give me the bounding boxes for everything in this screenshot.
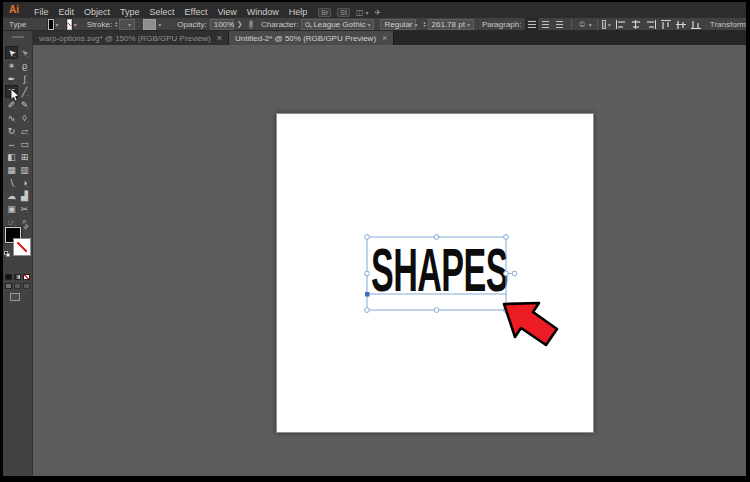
color-button[interactable] bbox=[5, 274, 12, 280]
tab-label: Untitled-2* @ 50% (RGB/GPU Preview) bbox=[235, 34, 376, 43]
share-icon[interactable]: ✈ bbox=[375, 8, 382, 17]
tool-shape-builder-tool[interactable]: ◧ bbox=[5, 150, 18, 163]
fill-caret-icon[interactable]: ▾ bbox=[56, 21, 59, 28]
draw-normal-button[interactable] bbox=[5, 283, 12, 289]
stroke-caret-icon[interactable]: ▾ bbox=[74, 21, 77, 28]
paragraph-align-left-icon bbox=[528, 21, 536, 28]
font-family-caret-icon: ▾ bbox=[367, 21, 370, 28]
paragraph-label: Paragraph: bbox=[482, 20, 522, 29]
document-tab-2[interactable]: Untitled-2* @ 50% (RGB/GPU Preview)× bbox=[229, 31, 394, 45]
mouse-cursor-icon bbox=[10, 89, 20, 102]
bridge-app-icon[interactable]: Br bbox=[318, 8, 331, 17]
tool-artboard-tool[interactable]: ▣ bbox=[5, 202, 18, 215]
document-setup-icon[interactable] bbox=[602, 20, 606, 29]
horizontal-align-right-icon[interactable] bbox=[646, 20, 656, 29]
paragraph-align-right-icon bbox=[556, 21, 563, 28]
pencil-tool-icon: ✎ bbox=[21, 100, 29, 110]
menu-view[interactable]: View bbox=[212, 7, 241, 17]
tool-gradient-tool[interactable]: ▥ bbox=[18, 163, 31, 176]
character-label: Character: bbox=[261, 20, 298, 29]
stroke-color-swatch[interactable] bbox=[67, 19, 72, 30]
font-size-dropdown[interactable]: 261.78 pt ▾ bbox=[428, 19, 474, 30]
draw-inside-button[interactable] bbox=[23, 283, 30, 289]
horizontal-align-center-icon[interactable] bbox=[631, 20, 641, 29]
tool-eyedropper-tool[interactable]: ∖ bbox=[5, 176, 18, 189]
width-profile-dropdown[interactable] bbox=[143, 19, 156, 30]
stroke-weight-stepper[interactable]: ▴▾ bbox=[115, 21, 117, 28]
make-envelope-icon[interactable]: ☺ bbox=[577, 19, 586, 29]
paragraph-align-right-button[interactable] bbox=[553, 18, 566, 30]
menu-type[interactable]: Type bbox=[115, 7, 145, 17]
tool-free-transform-tool[interactable]: ▭ bbox=[18, 137, 31, 150]
tab-close-icon[interactable]: × bbox=[382, 34, 387, 42]
menu-file[interactable]: File bbox=[29, 7, 54, 17]
tool-eraser-tool[interactable]: ◊ bbox=[18, 111, 31, 124]
canvas-area[interactable]: SHAPES bbox=[33, 45, 746, 476]
stroke-weight-dropdown[interactable]: ▾ bbox=[119, 19, 135, 30]
mesh-tool-icon: ▦ bbox=[7, 165, 16, 175]
tool-column-graph-tool[interactable]: ▟ bbox=[18, 189, 31, 202]
horizontal-align-left-icon[interactable] bbox=[616, 20, 626, 29]
tool-width-tool[interactable]: ↔ bbox=[5, 137, 18, 150]
magic-wand-tool-icon: ✶ bbox=[8, 61, 16, 71]
font-family-field[interactable]: League Gothic ▾ bbox=[301, 19, 374, 30]
font-style-dropdown[interactable]: Regular ▾ bbox=[380, 19, 416, 30]
vertical-align-center-icon[interactable] bbox=[676, 20, 686, 29]
opacity-flyout-icon[interactable]: ❯ bbox=[237, 20, 243, 28]
tool-magic-wand-tool[interactable]: ✶ bbox=[5, 59, 18, 72]
menu-window[interactable]: Window bbox=[242, 7, 284, 17]
tool-slice-tool[interactable]: ✂ bbox=[18, 202, 31, 215]
tool-scale-tool[interactable]: ▱ bbox=[18, 124, 31, 137]
menu-help[interactable]: Help bbox=[284, 7, 313, 17]
tool-direct-selection-tool[interactable]: ➢ bbox=[18, 46, 31, 59]
opacity-value-field[interactable]: 100% bbox=[210, 19, 234, 30]
tab-close-icon[interactable]: × bbox=[217, 34, 222, 42]
text-anchor-point[interactable] bbox=[365, 292, 370, 297]
paragraph-align-left-button[interactable] bbox=[525, 18, 538, 30]
make-envelope-caret-icon[interactable]: ▾ bbox=[589, 21, 592, 28]
screen-mode-button[interactable] bbox=[10, 293, 20, 301]
workspace-switcher-icon-caret[interactable]: ▾ bbox=[366, 10, 369, 16]
panel-drag-handle[interactable] bbox=[12, 36, 24, 38]
fill-color-swatch[interactable] bbox=[48, 19, 53, 30]
tool-mesh-tool[interactable]: ▦ bbox=[5, 163, 18, 176]
recolor-artwork-icon[interactable] bbox=[249, 20, 253, 29]
width-profile-caret-icon[interactable]: ▾ bbox=[158, 21, 161, 28]
menu-select[interactable]: Select bbox=[145, 7, 180, 17]
tool-curvature-tool[interactable]: ∫ bbox=[18, 72, 31, 85]
stock-app-icon[interactable]: St bbox=[337, 8, 350, 17]
paragraph-align-center-button[interactable] bbox=[539, 18, 552, 30]
tool-shaper-tool[interactable]: ∿ bbox=[5, 111, 18, 124]
none-button[interactable] bbox=[23, 274, 30, 280]
transform-link[interactable]: Transform bbox=[710, 20, 746, 29]
stroke-label: Stroke: bbox=[87, 20, 112, 29]
menu-effect[interactable]: Effect bbox=[180, 7, 213, 17]
slice-tool-icon: ✂ bbox=[21, 204, 29, 214]
font-name-value: League Gothic bbox=[313, 20, 365, 29]
tool-lasso-tool[interactable]: ϱ bbox=[18, 59, 31, 72]
vertical-align-bottom-icon[interactable] bbox=[691, 20, 701, 29]
selection-bounding-box[interactable] bbox=[367, 237, 512, 310]
tool-rotate-tool[interactable]: ↻ bbox=[5, 124, 18, 137]
tool-perspective-grid-tool[interactable]: ⊞ bbox=[18, 150, 31, 163]
selection-tool-icon: ➤ bbox=[5, 46, 17, 58]
vertical-align-top-icon[interactable] bbox=[661, 20, 671, 29]
color-mode-buttons bbox=[5, 274, 30, 280]
paragraph-align-group bbox=[524, 18, 566, 30]
tool-pen-tool[interactable]: ✒ bbox=[5, 72, 18, 85]
workspace-switcher-icon[interactable]: ◫ bbox=[356, 8, 364, 17]
menu-object[interactable]: Object bbox=[79, 7, 115, 17]
gradient-button[interactable] bbox=[14, 274, 21, 280]
menu-edit[interactable]: Edit bbox=[54, 7, 80, 17]
default-fill-stroke-icon[interactable] bbox=[4, 251, 11, 258]
tool-selection-tool[interactable]: ➤ bbox=[5, 46, 18, 59]
draw-behind-button[interactable] bbox=[14, 283, 21, 289]
hand-tool-icon: ☞ bbox=[7, 217, 15, 227]
stroke-swatch[interactable] bbox=[14, 239, 30, 255]
tool-symbol-sprayer-tool[interactable]: ☁ bbox=[5, 189, 18, 202]
document-tab-1[interactable]: warp-options.svg* @ 150% (RGB/GPU Previe… bbox=[33, 31, 229, 45]
selection-handles[interactable] bbox=[365, 235, 517, 313]
menu-right-icons: BrSt◫▾✈ bbox=[312, 1, 381, 19]
font-size-stepper[interactable]: ▴▾ bbox=[423, 21, 425, 28]
tool-blend-tool[interactable]: ◑ bbox=[18, 176, 31, 189]
